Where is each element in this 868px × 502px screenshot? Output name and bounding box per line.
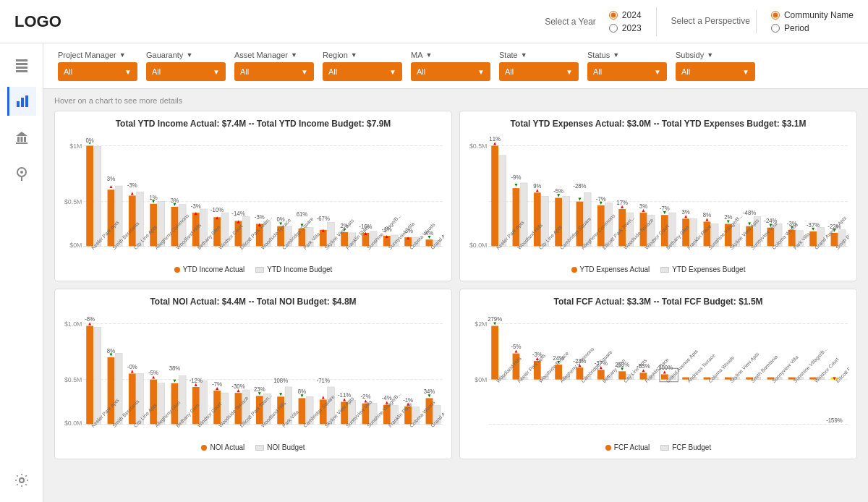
- svg-text:-12%: -12%: [190, 378, 203, 384]
- fcf-svg: $2M $0M 279%: [467, 312, 849, 439]
- filter-project-manager-label: Project Manager ▼: [58, 51, 137, 59]
- ytd-expenses-svg: $0.5M $0.0M 11%: [467, 135, 849, 261]
- year-2023-radio[interactable]: [609, 24, 618, 33]
- svg-rect-1: [16, 63, 27, 65]
- ytd-income-svg: $1M $0.5M $0M 0%: [62, 135, 444, 261]
- svg-marker-210: [110, 354, 113, 357]
- bank-icon: [14, 130, 29, 145]
- filter-ma-select[interactable]: All ▼: [411, 62, 490, 81]
- svg-rect-10: [24, 137, 26, 142]
- year-2024-radio[interactable]: [609, 11, 618, 20]
- svg-marker-119: [515, 184, 518, 187]
- filter-ma: MA ▼ All ▼: [411, 51, 490, 81]
- sidebar-item-table[interactable]: [7, 51, 36, 80]
- svg-text:-5%: -5%: [511, 344, 522, 350]
- filter-subsidy-select[interactable]: All ▼: [676, 62, 755, 81]
- svg-text:-9%: -9%: [511, 174, 522, 181]
- filter-state-select[interactable]: All ▼: [499, 62, 579, 81]
- settings-icon: [14, 473, 29, 488]
- filter-ma-arrow: ▼: [477, 68, 485, 76]
- chevron-icon-4: ▼: [351, 51, 357, 59]
- filter-status-select[interactable]: All ▼: [587, 62, 667, 81]
- filter-asset-manager-label: Asset Manager ▼: [234, 51, 314, 59]
- ytd-expenses-chart[interactable]: $0.5M $0.0M 11%: [467, 135, 849, 261]
- svg-text:8%: 8%: [703, 212, 711, 218]
- perspective-community-radio[interactable]: [771, 11, 780, 20]
- chevron-icon-3: ▼: [291, 51, 297, 59]
- filter-asset-manager-select[interactable]: All ▼: [234, 62, 314, 81]
- svg-rect-4: [17, 101, 20, 107]
- svg-rect-124: [555, 198, 562, 247]
- legend-income-budget: YTD Income Budget: [255, 265, 332, 273]
- filter-guaranty-select[interactable]: All ▼: [146, 62, 226, 81]
- charts-area: Hover on a chart to see more details Tot…: [43, 89, 868, 467]
- sidebar-item-chart[interactable]: [7, 87, 36, 116]
- svg-rect-243: [299, 398, 306, 424]
- legend-fcf-budget-rect: [660, 445, 669, 451]
- svg-text:17%: 17%: [616, 200, 628, 206]
- filter-status-label: Status ▼: [587, 51, 667, 59]
- legend-income-actual-label: YTD Income Actual: [183, 265, 245, 273]
- perspective-options: Community Name Period: [756, 10, 854, 33]
- svg-text:-7%: -7%: [212, 381, 222, 388]
- filter-subsidy-arrow: ▼: [742, 68, 749, 76]
- noi-legend: NOI Actual NOI Budget: [62, 443, 444, 451]
- noi-chart[interactable]: $1.0M $0.5M $0.0M -8%: [62, 312, 444, 439]
- svg-marker-270: [428, 394, 431, 397]
- charts-grid: Total YTD Income Actual: $7.4M -- Total …: [54, 111, 857, 459]
- sidebar-item-bank[interactable]: [7, 123, 36, 152]
- legend-noi-budget: NOI Budget: [255, 443, 305, 451]
- perspective-period-radio[interactable]: [771, 24, 780, 33]
- svg-rect-120: [534, 192, 541, 246]
- svg-text:-5%: -5%: [553, 188, 563, 195]
- ytd-expenses-legend: YTD Expenses Actual YTD Expenses Budget: [467, 265, 849, 273]
- svg-text:1%: 1%: [149, 194, 157, 200]
- legend-expenses-actual-label: YTD Expenses Actual: [580, 265, 650, 273]
- perspective-period-option[interactable]: Period: [771, 23, 809, 33]
- svg-text:-3%: -3%: [255, 214, 265, 221]
- svg-text:-3%: -3%: [191, 203, 201, 210]
- svg-text:-7%: -7%: [596, 195, 606, 202]
- svg-rect-203: [86, 326, 93, 425]
- perspective-community-option[interactable]: Community Name: [771, 10, 854, 20]
- svg-rect-293: [491, 326, 498, 380]
- svg-rect-207: [108, 357, 115, 425]
- chart-icon: [15, 94, 30, 109]
- year-2023-option[interactable]: 2023: [609, 23, 642, 33]
- filter-status: Status ▼ All ▼: [587, 51, 667, 81]
- svg-marker-7: [16, 132, 27, 136]
- perspective-period-label: Period: [784, 23, 809, 33]
- filter-region-select[interactable]: All ▼: [323, 62, 402, 81]
- app-layout: Project Manager ▼ All ▼ Gauaranty ▼ All …: [0, 43, 868, 502]
- sidebar-item-location[interactable]: [7, 159, 36, 188]
- year-2024-option[interactable]: 2024: [609, 10, 642, 20]
- noi-card: Total NOI Actual: $4.4M -- Total NOI Bud…: [54, 289, 452, 459]
- svg-text:-10%: -10%: [210, 207, 224, 213]
- legend-noi-budget-rect: [255, 445, 264, 451]
- chevron-icon-2: ▼: [186, 51, 192, 59]
- filter-ma-value: All: [417, 67, 425, 76]
- svg-rect-215: [150, 380, 157, 425]
- ytd-income-chart[interactable]: $1M $0.5M $0M 0%: [62, 135, 444, 261]
- svg-text:2%: 2%: [724, 214, 732, 221]
- sidebar-item-settings[interactable]: [7, 466, 36, 495]
- svg-rect-23: [94, 146, 101, 246]
- svg-text:Ellicott Park Town...: Ellicott Park Town...: [835, 348, 849, 383]
- svg-marker-159: [727, 220, 730, 223]
- fcf-chart[interactable]: $2M $0M 279%: [467, 312, 849, 439]
- ytd-income-card: Total YTD Income Actual: $7.4M -- Total …: [54, 111, 452, 281]
- svg-rect-116: [513, 188, 520, 246]
- svg-rect-6: [25, 95, 28, 107]
- svg-marker-33: [131, 192, 134, 195]
- year-selector: 2024 2023: [609, 10, 642, 33]
- svg-marker-175: [812, 228, 814, 231]
- svg-text:-48%: -48%: [743, 210, 756, 216]
- filter-guaranty-arrow: ▼: [213, 68, 220, 76]
- svg-text:-8%: -8%: [85, 316, 95, 323]
- svg-rect-3: [16, 70, 27, 72]
- filter-asset-manager: Asset Manager ▼ All ▼: [234, 51, 314, 81]
- filter-region-label: Region ▼: [323, 51, 402, 59]
- filter-project-manager-arrow: ▼: [124, 68, 132, 76]
- svg-marker-41: [174, 203, 176, 206]
- filter-project-manager-select[interactable]: All ▼: [58, 62, 137, 81]
